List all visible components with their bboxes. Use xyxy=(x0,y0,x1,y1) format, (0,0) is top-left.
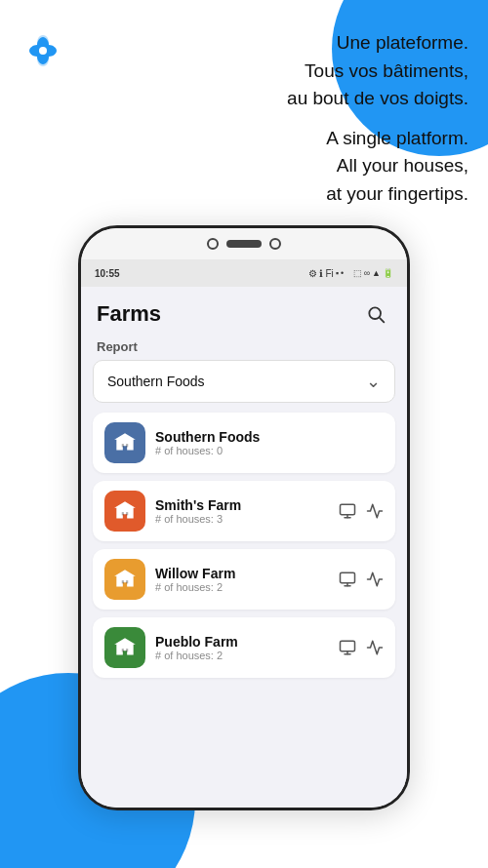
dot-icon: • xyxy=(341,268,344,278)
chart-icon-3[interactable] xyxy=(366,639,384,656)
tagline-en-3: at your fingertips. xyxy=(326,183,468,204)
farm-houses-2: # of houses: 2 xyxy=(155,581,329,593)
farm-info-3: Pueblo Farm # of houses: 2 xyxy=(155,634,329,661)
farm-name-3: Pueblo Farm xyxy=(155,634,329,650)
svg-rect-6 xyxy=(122,512,124,515)
link-icon: ∞ xyxy=(364,268,370,278)
tagline-fr-2: Tous vos bâtiments, xyxy=(305,60,468,81)
svg-rect-5 xyxy=(126,444,128,447)
phone-mockup: 10:55 ⚙ ℹ Fi ▪ • ⬚ ∞ ▲ 🔋 xyxy=(0,225,488,810)
svg-rect-16 xyxy=(122,649,124,651)
chevron-down-icon: ⌄ xyxy=(366,371,381,392)
header-area: Une plateforme. Tous vos bâtiments, au b… xyxy=(0,0,488,217)
farm-name-1: Smith's Farm xyxy=(155,497,329,513)
status-icons: ⚙ ℹ Fi ▪ • ⬚ ∞ ▲ 🔋 xyxy=(308,268,393,279)
tagline-en-2: All your houses, xyxy=(337,155,468,176)
svg-rect-4 xyxy=(122,444,124,447)
svg-rect-11 xyxy=(122,580,124,583)
status-bar: 10:55 ⚙ ℹ Fi ▪ • ⬚ ∞ ▲ 🔋 xyxy=(81,259,407,287)
svg-point-2 xyxy=(369,307,381,319)
dropdown-value: Southern Foods xyxy=(107,374,205,389)
app-header: Farms xyxy=(81,287,407,335)
section-label: Report xyxy=(81,335,407,360)
tagline-fr-3: au bout de vos doigts. xyxy=(287,88,468,108)
app-content: Farms Report Southern Foods ⌄ xyxy=(81,287,407,808)
farm-houses-0: # of houses: 0 xyxy=(155,445,384,456)
farm-actions-1 xyxy=(339,502,384,520)
farm-card-0[interactable]: Southern Foods # of houses: 0 xyxy=(93,413,395,473)
speaker xyxy=(226,240,262,248)
tagline-fr-1: Une plateforme. xyxy=(337,32,468,53)
farm-icon-0 xyxy=(104,422,145,463)
phone-body: 10:55 ⚙ ℹ Fi ▪ • ⬚ ∞ ▲ 🔋 xyxy=(78,225,410,810)
farm-icon-3 xyxy=(104,627,145,668)
farm-name-2: Willow Farm xyxy=(155,566,329,581)
app-title: Farms xyxy=(97,301,161,327)
dropdown-selector[interactable]: Southern Foods ⌄ xyxy=(93,360,395,403)
chart-icon-2[interactable] xyxy=(366,571,384,588)
farm-icon-2 xyxy=(104,559,145,600)
app-logo xyxy=(20,27,66,74)
farm-actions-2 xyxy=(339,571,384,588)
farm-card-2[interactable]: Willow Farm # of houses: 2 xyxy=(93,549,395,610)
farm-card-1[interactable]: Smith's Farm # of houses: 3 xyxy=(93,481,395,541)
farm-info-2: Willow Farm # of houses: 2 xyxy=(155,566,329,593)
svg-rect-13 xyxy=(341,572,355,583)
farm-name-0: Southern Foods xyxy=(155,429,384,445)
svg-rect-12 xyxy=(126,580,128,583)
status-time: 10:55 xyxy=(95,268,120,279)
header-text: Une plateforme. Tous vos bâtiments, au b… xyxy=(78,29,468,208)
settings-icon: ⚙ xyxy=(308,268,317,279)
farm-icon-1 xyxy=(104,491,145,532)
farm-info-0: Southern Foods # of houses: 0 xyxy=(155,429,384,456)
svg-line-3 xyxy=(380,318,384,322)
sensor xyxy=(269,238,281,250)
svg-rect-8 xyxy=(341,504,355,515)
monitor-icon-3[interactable] xyxy=(339,639,356,656)
farm-card-3[interactable]: Pueblo Farm # of houses: 2 xyxy=(93,617,395,678)
farm-actions-3 xyxy=(339,639,384,656)
wifi-icon: Fi xyxy=(325,268,333,279)
front-camera xyxy=(207,238,219,250)
farm-houses-3: # of houses: 2 xyxy=(155,650,329,661)
info-icon: ℹ xyxy=(319,268,323,279)
svg-rect-7 xyxy=(126,512,128,515)
monitor-icon-2[interactable] xyxy=(339,571,356,588)
farm-houses-1: # of houses: 3 xyxy=(155,513,329,525)
signal-icon: ▲ xyxy=(372,268,381,278)
monitor-icon-1[interactable] xyxy=(339,502,356,520)
svg-rect-18 xyxy=(341,641,355,651)
search-button[interactable] xyxy=(360,298,391,330)
tagline-en-1: A single platform. xyxy=(326,128,468,148)
nfc-icon: ▪ xyxy=(336,268,339,278)
phone-notch-row xyxy=(81,228,407,259)
cast-icon: ⬚ xyxy=(353,268,362,278)
battery-icon: 🔋 xyxy=(383,268,393,278)
chart-icon-1[interactable] xyxy=(366,502,384,520)
farm-list: Southern Foods # of houses: 0 Smith's Fa… xyxy=(81,413,407,678)
farm-info-1: Smith's Farm # of houses: 3 xyxy=(155,497,329,525)
svg-point-1 xyxy=(39,47,47,55)
svg-rect-17 xyxy=(126,649,128,651)
